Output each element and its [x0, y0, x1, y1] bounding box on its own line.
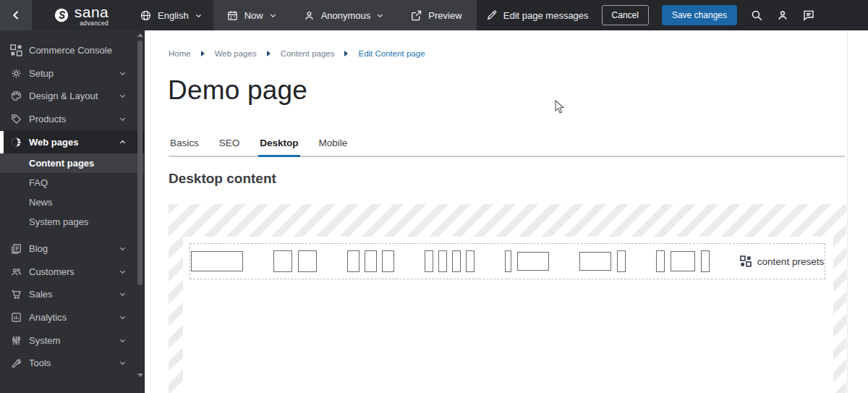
comments-button[interactable] [802, 9, 815, 22]
preset-one-column[interactable] [191, 251, 243, 271]
pencil-icon [486, 9, 498, 21]
chevron-down-icon [119, 69, 127, 77]
save-changes-button[interactable]: Save changes [662, 5, 737, 25]
content-presets-label: content presets [757, 256, 824, 267]
edit-page-messages-label: Edit page messages [503, 10, 589, 21]
sidebar-item-design-layout[interactable]: Design & Layout [0, 85, 144, 108]
chart-icon [10, 311, 22, 324]
chevron-down-icon [119, 359, 127, 367]
breadcrumb-web-pages[interactable]: Web pages [215, 49, 257, 58]
sidebar-item-setup[interactable]: Setup [0, 62, 144, 85]
sidebar-item-label: Customers [29, 266, 75, 277]
chevron-down-icon [119, 290, 127, 298]
sidebar-subitem-label: Content pages [29, 158, 94, 169]
preview-label: Preview [428, 10, 461, 21]
edit-page-messages-button[interactable]: Edit page messages [486, 9, 589, 21]
page-scrollbar-track[interactable] [847, 30, 848, 393]
column-block [347, 250, 359, 272]
wrench-icon [10, 357, 22, 369]
tab-basics[interactable]: Basics [169, 138, 200, 156]
sidebar-item-label: Blog [29, 243, 48, 254]
content-presets-bar: content presets [190, 243, 825, 279]
column-block [517, 252, 549, 271]
language-selector[interactable]: English [130, 0, 213, 30]
sidebar-subitem-content-pages[interactable]: Content pages [0, 153, 144, 173]
sidebar-item-label: Web pages [29, 137, 78, 148]
column-block [452, 250, 461, 272]
breadcrumb-content-pages[interactable]: Content pages [281, 49, 335, 58]
page-title: Demo page [168, 75, 307, 106]
chevron-down-icon [119, 337, 127, 345]
calendar-icon [226, 9, 239, 22]
language-label: English [158, 10, 189, 21]
preset-narrow-sides[interactable] [656, 250, 710, 272]
schedule-selector[interactable]: Now [226, 9, 277, 22]
sidebar-subitem-faq[interactable]: FAQ [0, 173, 144, 193]
column-block [505, 250, 511, 272]
logo-brand: sana [75, 4, 109, 20]
sidebar-gap [0, 232, 144, 237]
chevron-down-icon [119, 92, 127, 100]
user-selector[interactable]: Anonymous [303, 9, 385, 22]
search-icon [750, 9, 763, 22]
scrollbar-thumb[interactable] [137, 41, 142, 285]
preset-narrow-right[interactable] [579, 250, 626, 272]
column-block [656, 250, 665, 272]
globe-icon [140, 9, 152, 22]
user-label: Anonymous [321, 10, 371, 21]
tab-seo[interactable]: SEO [218, 138, 242, 156]
tag-icon [10, 113, 22, 125]
sidebar-subitem-news[interactable]: News [0, 193, 144, 212]
sidebar-item-products[interactable]: Products [0, 108, 144, 131]
sidebar-item-system[interactable]: System [0, 329, 144, 352]
sidebar-item-sales[interactable]: Sales [0, 283, 144, 306]
globe-icon [10, 136, 22, 148]
breadcrumb: Home Web pages Content pages Edit Conten… [169, 49, 425, 58]
palette-icon [10, 90, 22, 102]
column-block [382, 250, 394, 272]
sidebar-item-label: Sales [29, 289, 53, 300]
sidebar-item-blog[interactable]: Blog [0, 237, 144, 261]
sidebar-item-label: Design & Layout [29, 90, 98, 101]
breadcrumb-home[interactable]: Home [169, 49, 191, 58]
preset-narrow-left[interactable] [505, 250, 549, 272]
back-button[interactable] [0, 0, 32, 30]
active-section-bar [0, 131, 4, 153]
grid-icon [10, 44, 22, 56]
search-button[interactable] [750, 9, 763, 22]
sidebar-item-label: Analytics [29, 312, 67, 323]
topbar-middle: Now Anonymous Preview [213, 0, 477, 30]
topbar-right: Edit page messages Cancel Save changes [477, 0, 868, 30]
sidebar-item-tools[interactable]: Tools [0, 352, 144, 375]
logo-subtitle: advanced [80, 20, 109, 27]
cancel-button[interactable]: Cancel [602, 5, 649, 25]
sana-logo-icon [54, 7, 69, 23]
preset-two-columns[interactable] [273, 250, 317, 272]
sidebar-scrollbar[interactable] [136, 30, 143, 393]
tab-desktop[interactable]: Desktop [258, 138, 299, 157]
chat-icon [802, 9, 815, 22]
preset-three-columns[interactable] [347, 250, 394, 272]
preset-four-columns[interactable] [425, 250, 475, 272]
breadcrumb-current: Edit Content page [358, 49, 425, 58]
sana-logo[interactable]: sana advanced [32, 0, 130, 30]
chevron-down-icon [376, 12, 384, 20]
scroll-down-arrow[interactable] [137, 373, 143, 377]
chevron-down-icon [119, 115, 127, 123]
sidebar-subitem-system-pages[interactable]: System pages [0, 212, 144, 232]
sidebar-item-web-pages[interactable]: Web pages [0, 130, 144, 153]
chevron-down-icon [195, 12, 203, 20]
tab-mobile[interactable]: Mobile [318, 138, 349, 156]
sidebar-item-analytics[interactable]: Analytics [0, 306, 144, 329]
sidebar-item-customers[interactable]: Customers [0, 261, 144, 284]
section-title: Desktop content [169, 171, 276, 187]
preview-button[interactable]: Preview [410, 9, 461, 22]
scroll-up-arrow[interactable] [137, 33, 143, 37]
chevron-left-icon [10, 9, 22, 21]
sidebar-item-commerce-console[interactable]: Commerce Console [0, 39, 144, 62]
content-presets-button[interactable]: content presets [740, 255, 824, 267]
person-icon [303, 9, 315, 22]
account-button[interactable] [776, 9, 789, 22]
column-block [617, 250, 626, 272]
column-block [438, 250, 447, 272]
